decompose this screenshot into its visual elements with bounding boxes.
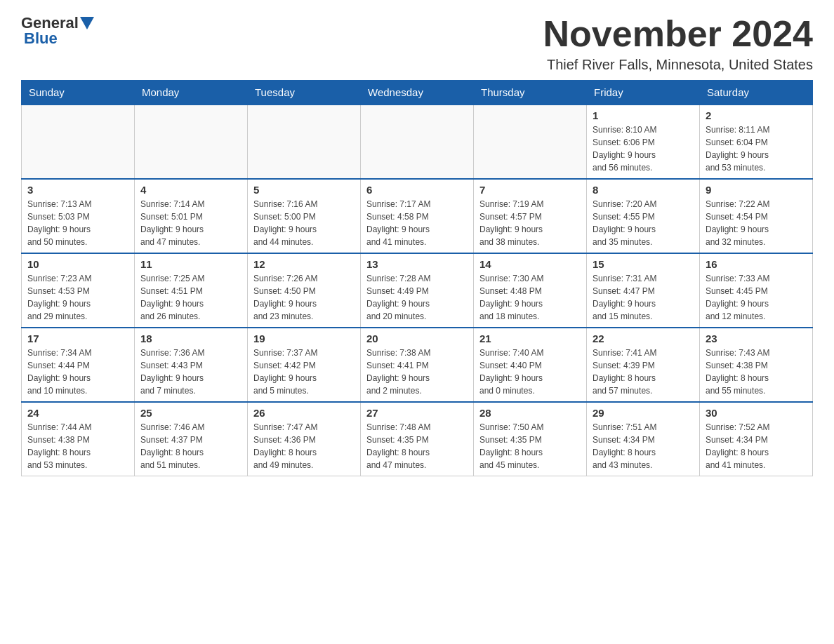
day-number: 26: [253, 407, 355, 419]
day-number: 16: [706, 258, 807, 270]
calendar-week-row: 17Sunrise: 7:34 AMSunset: 4:44 PMDayligh…: [22, 328, 813, 402]
day-number: 18: [140, 333, 241, 344]
calendar-header-friday: Friday: [587, 81, 700, 105]
logo-blue-text: Blue: [21, 29, 58, 48]
day-number: 20: [366, 333, 468, 344]
logo-triangle-icon: [80, 17, 94, 29]
logo[interactable]: General Blue: [21, 14, 95, 48]
calendar-cell: 7Sunrise: 7:19 AMSunset: 4:57 PMDaylight…: [474, 179, 587, 253]
calendar-cell: 5Sunrise: 7:16 AMSunset: 5:00 PMDaylight…: [248, 179, 361, 253]
calendar-table: SundayMondayTuesdayWednesdayThursdayFrid…: [21, 80, 813, 476]
day-info: Sunrise: 8:11 AMSunset: 6:04 PMDaylight:…: [706, 123, 807, 174]
day-info: Sunrise: 7:40 AMSunset: 4:40 PMDaylight:…: [479, 347, 581, 397]
day-info: Sunrise: 7:37 AMSunset: 4:42 PMDaylight:…: [253, 347, 355, 397]
day-number: 29: [593, 407, 694, 419]
day-info: Sunrise: 7:28 AMSunset: 4:49 PMDaylight:…: [366, 272, 468, 323]
calendar-cell: 30Sunrise: 7:52 AMSunset: 4:34 PMDayligh…: [700, 402, 813, 476]
day-info: Sunrise: 7:36 AMSunset: 4:43 PMDaylight:…: [140, 347, 241, 397]
day-info: Sunrise: 7:26 AMSunset: 4:50 PMDaylight:…: [253, 272, 355, 323]
calendar-cell: [22, 105, 135, 179]
day-number: 10: [27, 258, 128, 270]
calendar-header-thursday: Thursday: [474, 81, 587, 105]
day-number: 3: [27, 184, 128, 196]
month-title: November 2024: [543, 14, 813, 54]
calendar-cell: 6Sunrise: 7:17 AMSunset: 4:58 PMDaylight…: [361, 179, 474, 253]
calendar-cell: 1Sunrise: 8:10 AMSunset: 6:06 PMDaylight…: [587, 105, 700, 179]
calendar-cell: [135, 105, 248, 179]
day-info: Sunrise: 8:10 AMSunset: 6:06 PMDaylight:…: [593, 123, 694, 174]
calendar-week-row: 10Sunrise: 7:23 AMSunset: 4:53 PMDayligh…: [22, 253, 813, 328]
day-info: Sunrise: 7:33 AMSunset: 4:45 PMDaylight:…: [706, 272, 807, 323]
calendar-cell: 10Sunrise: 7:23 AMSunset: 4:53 PMDayligh…: [22, 253, 135, 328]
calendar-cell: 22Sunrise: 7:41 AMSunset: 4:39 PMDayligh…: [587, 328, 700, 402]
calendar-cell: 28Sunrise: 7:50 AMSunset: 4:35 PMDayligh…: [474, 402, 587, 476]
day-info: Sunrise: 7:22 AMSunset: 4:54 PMDaylight:…: [706, 198, 807, 248]
day-number: 17: [27, 333, 128, 344]
day-info: Sunrise: 7:41 AMSunset: 4:39 PMDaylight:…: [593, 347, 694, 397]
calendar-cell: 19Sunrise: 7:37 AMSunset: 4:42 PMDayligh…: [248, 328, 361, 402]
calendar-cell: [474, 105, 587, 179]
day-info: Sunrise: 7:17 AMSunset: 4:58 PMDaylight:…: [366, 198, 468, 248]
day-number: 25: [140, 407, 241, 419]
page-header: General Blue November 2024 Thief River F…: [21, 14, 813, 73]
day-number: 21: [479, 333, 581, 344]
calendar-cell: 26Sunrise: 7:47 AMSunset: 4:36 PMDayligh…: [248, 402, 361, 476]
calendar-cell: 20Sunrise: 7:38 AMSunset: 4:41 PMDayligh…: [361, 328, 474, 402]
day-info: Sunrise: 7:38 AMSunset: 4:41 PMDaylight:…: [366, 347, 468, 397]
day-info: Sunrise: 7:19 AMSunset: 4:57 PMDaylight:…: [479, 198, 581, 248]
calendar-cell: 17Sunrise: 7:34 AMSunset: 4:44 PMDayligh…: [22, 328, 135, 402]
calendar-cell: 23Sunrise: 7:43 AMSunset: 4:38 PMDayligh…: [700, 328, 813, 402]
day-number: 30: [706, 407, 807, 419]
day-number: 28: [479, 407, 581, 419]
calendar-cell: 2Sunrise: 8:11 AMSunset: 6:04 PMDaylight…: [700, 105, 813, 179]
calendar-cell: 18Sunrise: 7:36 AMSunset: 4:43 PMDayligh…: [135, 328, 248, 402]
calendar-cell: [361, 105, 474, 179]
calendar-cell: 8Sunrise: 7:20 AMSunset: 4:55 PMDaylight…: [587, 179, 700, 253]
day-number: 12: [253, 258, 355, 270]
day-info: Sunrise: 7:25 AMSunset: 4:51 PMDaylight:…: [140, 272, 241, 323]
day-info: Sunrise: 7:44 AMSunset: 4:38 PMDaylight:…: [27, 421, 128, 471]
calendar-cell: 29Sunrise: 7:51 AMSunset: 4:34 PMDayligh…: [587, 402, 700, 476]
day-number: 24: [27, 407, 128, 419]
day-info: Sunrise: 7:43 AMSunset: 4:38 PMDaylight:…: [706, 347, 807, 397]
day-number: 8: [593, 184, 694, 196]
calendar-cell: 12Sunrise: 7:26 AMSunset: 4:50 PMDayligh…: [248, 253, 361, 328]
day-number: 11: [140, 258, 241, 270]
calendar-cell: 4Sunrise: 7:14 AMSunset: 5:01 PMDaylight…: [135, 179, 248, 253]
day-number: 19: [253, 333, 355, 344]
calendar-header-saturday: Saturday: [700, 81, 813, 105]
day-number: 15: [593, 258, 694, 270]
day-number: 2: [706, 109, 807, 121]
day-number: 22: [593, 333, 694, 344]
day-number: 14: [479, 258, 581, 270]
day-info: Sunrise: 7:14 AMSunset: 5:01 PMDaylight:…: [140, 198, 241, 248]
calendar-cell: 24Sunrise: 7:44 AMSunset: 4:38 PMDayligh…: [22, 402, 135, 476]
day-number: 9: [706, 184, 807, 196]
calendar-header-sunday: Sunday: [22, 81, 135, 105]
day-number: 5: [253, 184, 355, 196]
day-info: Sunrise: 7:34 AMSunset: 4:44 PMDaylight:…: [27, 347, 128, 397]
calendar-cell: 15Sunrise: 7:31 AMSunset: 4:47 PMDayligh…: [587, 253, 700, 328]
day-info: Sunrise: 7:52 AMSunset: 4:34 PMDaylight:…: [706, 421, 807, 471]
calendar-cell: 3Sunrise: 7:13 AMSunset: 5:03 PMDaylight…: [22, 179, 135, 253]
calendar-header-monday: Monday: [135, 81, 248, 105]
calendar-week-row: 1Sunrise: 8:10 AMSunset: 6:06 PMDaylight…: [22, 105, 813, 179]
calendar-week-row: 24Sunrise: 7:44 AMSunset: 4:38 PMDayligh…: [22, 402, 813, 476]
calendar-cell: 21Sunrise: 7:40 AMSunset: 4:40 PMDayligh…: [474, 328, 587, 402]
calendar-header-row: SundayMondayTuesdayWednesdayThursdayFrid…: [22, 81, 813, 105]
calendar-cell: 25Sunrise: 7:46 AMSunset: 4:37 PMDayligh…: [135, 402, 248, 476]
day-info: Sunrise: 7:16 AMSunset: 5:00 PMDaylight:…: [253, 198, 355, 248]
calendar-cell: 14Sunrise: 7:30 AMSunset: 4:48 PMDayligh…: [474, 253, 587, 328]
day-info: Sunrise: 7:30 AMSunset: 4:48 PMDaylight:…: [479, 272, 581, 323]
day-number: 27: [366, 407, 468, 419]
calendar-cell: 11Sunrise: 7:25 AMSunset: 4:51 PMDayligh…: [135, 253, 248, 328]
day-number: 7: [479, 184, 581, 196]
title-section: November 2024 Thief River Falls, Minneso…: [543, 14, 813, 73]
day-info: Sunrise: 7:50 AMSunset: 4:35 PMDaylight:…: [479, 421, 581, 471]
location-title: Thief River Falls, Minnesota, United Sta…: [543, 57, 813, 73]
day-info: Sunrise: 7:23 AMSunset: 4:53 PMDaylight:…: [27, 272, 128, 323]
calendar-header-wednesday: Wednesday: [361, 81, 474, 105]
calendar-cell: 13Sunrise: 7:28 AMSunset: 4:49 PMDayligh…: [361, 253, 474, 328]
calendar-cell: [248, 105, 361, 179]
day-number: 1: [593, 109, 694, 121]
